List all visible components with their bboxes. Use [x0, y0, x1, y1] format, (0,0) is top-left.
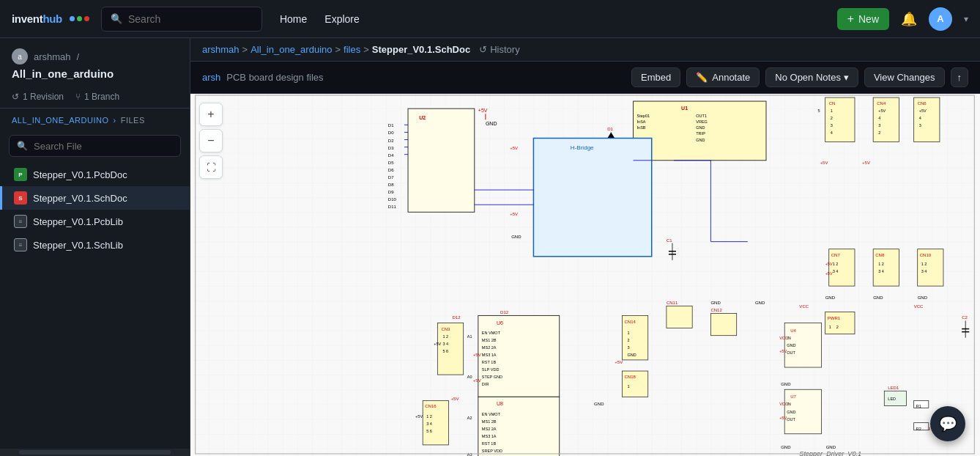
embed-button[interactable]: Embed [631, 67, 680, 87]
schematic-canvas[interactable]: U2 D1 D0 D2 D3 D4 D5 D6 D7 D8 D9 D10 D11 [190, 94, 980, 456]
svg-text:CN4: CN4 [877, 101, 886, 106]
open-notes-button[interactable]: No Open Notes ▾ [765, 67, 858, 87]
file-item-pcbdoc[interactable]: P Stepper_V0.1.PcbDoc [0, 163, 190, 186]
main-layout: a arshmah / All_in_one_arduino ↺ 1 Revis… [0, 38, 980, 456]
bc-files[interactable]: files [344, 44, 360, 55]
annotate-button[interactable]: ✏️ Annotate [686, 67, 760, 87]
svg-text:D9: D9 [388, 190, 394, 194]
svg-text:+5V: +5V [415, 414, 423, 419]
svg-text:D1: D1 [607, 127, 613, 131]
svg-text:2: 2 [836, 325, 839, 329]
file-icon-schlib: ≡ [14, 238, 27, 251]
svg-text:MS1  2B: MS1 2B [482, 419, 497, 424]
file-item-schdoc[interactable]: S Stepper_V0.1.SchDoc [0, 186, 190, 210]
svg-text:GND: GND [594, 402, 604, 406]
top-breadcrumb: arshmah > All_in_one_arduino > files > S… [190, 38, 980, 62]
svg-text:CN6: CN6 [918, 101, 927, 106]
svg-text:1 2: 1 2 [442, 334, 448, 339]
history-button[interactable]: ↺ History [479, 44, 519, 55]
svg-text:D2: D2 [388, 139, 394, 143]
search-input[interactable] [128, 13, 253, 25]
sidebar-repo-name[interactable]: All_in_one_arduino [12, 67, 178, 80]
svg-text:4: 4 [878, 116, 880, 120]
breadcrumb-files[interactable]: FILES [121, 116, 145, 125]
svg-text:+5V: +5V [473, 353, 481, 357]
svg-text:CN14: CN14 [624, 320, 636, 324]
search-file-icon: 🔍 [17, 141, 28, 151]
upload-button[interactable]: ↑ [951, 67, 969, 87]
svg-text:Step01: Step01 [637, 114, 650, 118]
search-file-box[interactable]: 🔍 [9, 135, 181, 157]
svg-text:3 4: 3 4 [426, 422, 432, 426]
user-avatar[interactable]: A [929, 7, 952, 31]
svg-text:CN11: CN11 [667, 301, 678, 305]
svg-text:GND: GND [486, 121, 497, 126]
branch-meta[interactable]: ⑂ 1 Branch [75, 92, 119, 102]
file-item-pcblib[interactable]: ≡ Stepper_V0.1.PcbLib [0, 210, 190, 233]
breadcrumb-repo[interactable]: ALL_IN_ONE_ARDUINO [12, 116, 109, 125]
svg-text:+5V: +5V [779, 349, 787, 353]
chevron-down-icon[interactable]: ▾ [964, 14, 968, 24]
file-name-pcblib: Stepper_V0.1.PcbLib [33, 216, 123, 227]
chat-button[interactable]: 💬 [930, 406, 965, 441]
svg-text:3: 3 [627, 345, 629, 350]
bc-repo[interactable]: All_in_one_arduino [250, 44, 332, 55]
svg-text:CN7: CN7 [831, 253, 841, 257]
revision-label: 1 Revision [23, 92, 64, 102]
view-changes-button[interactable]: View Changes [864, 67, 945, 87]
file-author[interactable]: arsh [202, 72, 220, 83]
sidebar-scrollbar[interactable] [0, 449, 190, 456]
svg-text:+5V: +5V [615, 360, 623, 364]
svg-text:3 4: 3 4 [833, 269, 839, 273]
svg-text:3: 3 [831, 123, 833, 128]
zoom-out-button[interactable]: − [199, 129, 223, 152]
revision-icon: ↺ [12, 92, 19, 102]
svg-text:C2: C2 [962, 315, 968, 320]
file-description: PCB board design files [226, 72, 323, 83]
svg-text:1 2: 1 2 [833, 262, 839, 266]
navbar: inventhub 🔍 Home Explore + New 🔔 A ▾ [0, 0, 980, 38]
nav-explore[interactable]: Explore [324, 13, 359, 25]
new-button[interactable]: + New [837, 8, 889, 30]
svg-text:Stepper_Driver_V0.1: Stepper_Driver_V0.1 [799, 450, 861, 456]
svg-text:1 2: 1 2 [426, 414, 432, 419]
svg-text:4: 4 [831, 130, 833, 135]
svg-text:+5V: +5V [862, 161, 870, 165]
svg-text:InSA: InSA [637, 119, 646, 124]
svg-text:GND: GND [511, 235, 521, 239]
fullscreen-button[interactable]: ⛶ [199, 155, 223, 179]
svg-text:GND: GND [627, 353, 636, 357]
bc-sep-2: > [335, 44, 341, 55]
svg-text:GND: GND [781, 445, 791, 449]
search-box[interactable]: 🔍 [101, 7, 262, 32]
zoom-in-button[interactable]: + [199, 103, 223, 126]
svg-text:GND: GND [787, 410, 795, 414]
search-file-input[interactable] [34, 141, 173, 152]
svg-text:1: 1 [829, 325, 831, 329]
file-icon-sch: S [14, 191, 27, 205]
bc-username[interactable]: arshmah [202, 44, 240, 55]
svg-text:CN12: CN12 [710, 308, 722, 312]
svg-text:EN  VMOT: EN VMOT [482, 412, 501, 416]
revision-meta[interactable]: ↺ 1 Revision [12, 92, 64, 102]
svg-text:RST  1B: RST 1B [482, 441, 497, 446]
svg-text:3 4: 3 4 [442, 342, 448, 346]
file-icon-pcblib: ≡ [14, 215, 27, 228]
zoom-in-icon: + [207, 108, 214, 121]
file-list: P Stepper_V0.1.PcbDoc S Stepper_V0.1.Sch… [0, 163, 190, 449]
chat-icon: 💬 [939, 415, 957, 433]
svg-text:CN: CN [829, 101, 836, 106]
svg-text:GND: GND [825, 295, 836, 300]
file-header: arsh PCB board design files Embed ✏️ Ann… [190, 62, 980, 94]
svg-text:D4: D4 [388, 153, 394, 158]
file-item-schlib[interactable]: ≡ Stepper_V0.1.SchLib [0, 233, 190, 257]
sidebar-username[interactable]: arshmah [34, 51, 71, 62]
logo-area[interactable]: inventhub [12, 12, 89, 25]
svg-text:3 4: 3 4 [878, 269, 884, 273]
svg-text:A0: A0 [467, 375, 472, 379]
notification-bell-icon[interactable]: 🔔 [901, 11, 917, 27]
search-icon: 🔍 [111, 13, 122, 24]
nav-home[interactable]: Home [280, 13, 307, 25]
svg-text:+5V: +5V [825, 262, 833, 266]
svg-text:GND: GND [787, 343, 795, 347]
